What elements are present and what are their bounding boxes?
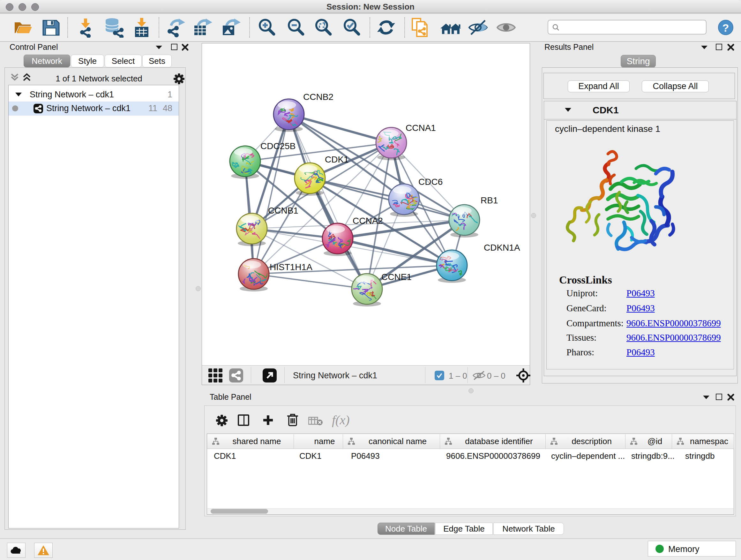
svg-text:CCNB2: CCNB2 <box>303 92 333 102</box>
svg-text:CCNA1: CCNA1 <box>406 123 436 133</box>
svg-text:HIST1H1A: HIST1H1A <box>270 262 313 272</box>
svg-text:CDC25B: CDC25B <box>260 141 295 151</box>
svg-text:CCNB1: CCNB1 <box>268 206 298 215</box>
svg-text:CDKN1A: CDKN1A <box>484 243 520 253</box>
svg-text:CDC6: CDC6 <box>418 177 443 187</box>
svg-text:CCNA2: CCNA2 <box>353 216 383 226</box>
svg-text:CDK1: CDK1 <box>325 154 349 165</box>
svg-text:RB1: RB1 <box>481 195 498 205</box>
svg-text:CCNE1: CCNE1 <box>381 272 412 282</box>
